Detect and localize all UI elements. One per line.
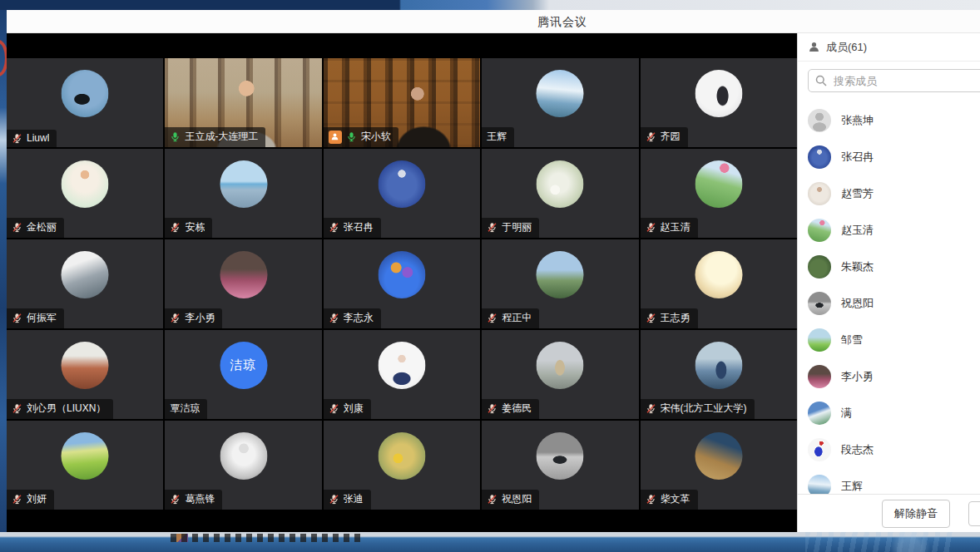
participant-tile[interactable]: 刘康 bbox=[324, 330, 480, 419]
member-name: 赵玉清 bbox=[841, 223, 874, 238]
desktop-taskbar-strip bbox=[0, 532, 980, 552]
participant-tile[interactable]: 葛燕锋 bbox=[165, 421, 321, 510]
participant-tile[interactable]: 刘妍 bbox=[7, 421, 163, 510]
microphone-icon bbox=[170, 494, 181, 505]
member-list-item[interactable]: 祝恩阳 bbox=[798, 285, 980, 322]
participant-name-badge: 李小勇 bbox=[165, 308, 222, 328]
participant-tile[interactable]: 张迪 bbox=[324, 421, 480, 510]
participant-avatar bbox=[62, 70, 109, 117]
member-list-item[interactable]: 王辉 bbox=[798, 468, 980, 494]
participant-name-badge: 宋小软 bbox=[324, 127, 398, 147]
member-avatar bbox=[808, 402, 831, 425]
unmute-button[interactable]: 解除静音 bbox=[882, 500, 950, 528]
microphone-icon bbox=[646, 403, 656, 414]
member-avatar bbox=[808, 145, 831, 169]
microphone-icon bbox=[12, 222, 22, 233]
participant-avatar bbox=[62, 342, 109, 389]
participant-name-badge: 金松丽 bbox=[7, 218, 64, 238]
member-list-item[interactable]: 满 bbox=[798, 395, 980, 431]
participant-avatar bbox=[62, 432, 109, 480]
participant-name-badge: 于明丽 bbox=[482, 218, 539, 238]
participant-tile[interactable]: 宋伟(北方工业大学) bbox=[641, 330, 797, 419]
microphone-icon bbox=[329, 494, 339, 505]
microphone-icon bbox=[646, 222, 656, 233]
participant-tile[interactable]: 何振军 bbox=[7, 239, 163, 328]
participant-tile[interactable]: 李志永 bbox=[324, 239, 480, 328]
participant-name-badge: 姜德民 bbox=[482, 399, 539, 419]
participant-tile[interactable]: 王辉 bbox=[482, 58, 638, 147]
participant-name-badge: 王辉 bbox=[482, 127, 514, 147]
member-name: 王辉 bbox=[841, 479, 863, 494]
desktop-top-strip bbox=[0, 0, 980, 10]
member-avatar bbox=[808, 328, 831, 352]
participant-name: 覃洁琼 bbox=[170, 402, 200, 416]
participant-name: Liuwl bbox=[27, 132, 49, 144]
participant-avatar bbox=[378, 342, 425, 389]
meeting-window: 腾讯会议 bbox=[7, 10, 980, 532]
participant-tile[interactable]: 安栋 bbox=[165, 149, 321, 238]
microphone-icon bbox=[170, 313, 181, 323]
participant-name: 刘妍 bbox=[27, 492, 47, 506]
participant-name: 张迪 bbox=[344, 492, 364, 506]
more-action-button-partial[interactable] bbox=[968, 501, 980, 526]
participant-tile[interactable]: 刘心男（LIUXN） bbox=[7, 330, 163, 419]
member-name: 邹雪 bbox=[841, 333, 863, 347]
participant-avatar bbox=[220, 251, 267, 298]
member-avatar bbox=[808, 292, 831, 315]
microphone-icon bbox=[646, 131, 656, 142]
participant-grid: Liuwl bbox=[7, 58, 797, 510]
background-window-text-blur bbox=[171, 534, 362, 542]
participant-avatar bbox=[220, 432, 267, 480]
participant-name: 赵玉清 bbox=[661, 220, 690, 234]
avatar-initials: 洁琼 bbox=[230, 357, 257, 373]
member-search-input[interactable] bbox=[808, 69, 980, 92]
microphone-icon bbox=[329, 313, 339, 323]
participant-tile[interactable]: 张召冉 bbox=[324, 149, 480, 238]
microphone-icon bbox=[12, 313, 22, 323]
member-list-item[interactable]: 张燕坤 bbox=[798, 102, 980, 139]
participant-name: 姜德民 bbox=[502, 402, 532, 416]
microphone-icon bbox=[346, 131, 357, 142]
participant-name: 安栋 bbox=[185, 220, 205, 234]
participant-name-badge: 刘心男（LIUXN） bbox=[7, 399, 113, 419]
participant-tile[interactable]: 柴文革 bbox=[641, 421, 797, 510]
participant-tile[interactable]: 祝恩阳 bbox=[482, 421, 638, 510]
participant-avatar bbox=[537, 342, 584, 389]
member-list-item[interactable]: 朱颖杰 bbox=[798, 249, 980, 285]
member-list-item[interactable]: 李小勇 bbox=[798, 358, 980, 395]
participant-name-badge: 王志勇 bbox=[641, 308, 698, 328]
participant-tile[interactable]: 齐园 bbox=[641, 58, 797, 147]
participant-avatar bbox=[537, 70, 584, 117]
participant-tile[interactable]: 宋小软 bbox=[324, 58, 480, 147]
participant-name-badge: 程正中 bbox=[482, 308, 539, 328]
members-icon bbox=[808, 41, 820, 53]
participant-tile[interactable]: 程正中 bbox=[482, 239, 638, 328]
participant-tile[interactable]: 李小勇 bbox=[165, 239, 321, 328]
member-list-item[interactable]: 张召冉 bbox=[798, 139, 980, 175]
participant-name-badge: Liuwl bbox=[7, 130, 57, 147]
participant-tile[interactable]: 王志勇 bbox=[641, 239, 797, 328]
participant-tile[interactable]: 洁琼 bbox=[165, 330, 321, 419]
participant-name-badge: 王立成-大连理工 bbox=[165, 127, 265, 147]
member-list-item[interactable]: 赵玉清 bbox=[798, 212, 980, 249]
watermark-graphic bbox=[805, 532, 955, 552]
participant-tile[interactable]: 金松丽 bbox=[7, 149, 163, 238]
participant-avatar bbox=[62, 160, 109, 208]
microphone-icon bbox=[329, 403, 339, 414]
member-list-item[interactable]: 赵雪芳 bbox=[798, 175, 980, 212]
participant-tile[interactable]: 赵玉清 bbox=[641, 149, 797, 238]
member-list-item[interactable]: 段志杰 bbox=[798, 431, 980, 468]
member-avatar bbox=[808, 475, 831, 494]
participant-tile[interactable]: 于明丽 bbox=[482, 149, 638, 238]
participant-name-badge: 覃洁琼 bbox=[165, 399, 207, 419]
microphone-icon bbox=[12, 494, 22, 505]
search-icon bbox=[814, 74, 828, 87]
participant-tile[interactable]: Liuwl bbox=[7, 58, 163, 147]
participant-tile[interactable]: 姜德民 bbox=[482, 330, 638, 419]
participant-tile[interactable]: 王立成-大连理工 bbox=[165, 58, 321, 147]
member-name: 李小勇 bbox=[841, 369, 874, 384]
participant-avatar bbox=[220, 160, 267, 208]
microphone-icon bbox=[487, 313, 497, 323]
member-list-item[interactable]: 邹雪 bbox=[798, 322, 980, 358]
participant-name: 齐园 bbox=[661, 130, 681, 144]
